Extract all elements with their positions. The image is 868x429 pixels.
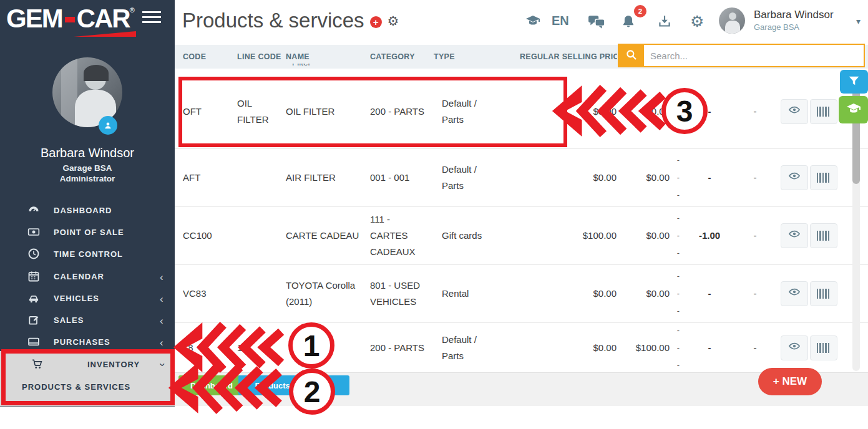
graduation-cap-icon [845, 102, 862, 118]
barcode-button[interactable] [810, 165, 837, 190]
clock-icon [27, 248, 41, 261]
new-product-button[interactable]: + NEW [758, 368, 822, 395]
search-bar [618, 44, 865, 67]
search-button[interactable] [619, 45, 644, 66]
col-regular-selling-price: REGULAR SELLING PRICE [520, 52, 617, 61]
sidebar-item-point-of-sale[interactable]: POINT OF SALE [0, 224, 175, 242]
col-line-code: LINE CODE [237, 52, 281, 61]
hamburger-menu-icon[interactable] [142, 11, 161, 26]
profile-user-badge-icon[interactable] [99, 116, 117, 135]
page-title: Products & services [182, 9, 364, 32]
col-type: TYPE [434, 52, 455, 61]
sidebar-user-company: Garage BSA [0, 163, 175, 173]
gauge-icon [27, 204, 41, 218]
table-row[interactable]: VC83 TOYOTA Corolla (2011) 801 - USED VE… [175, 264, 868, 322]
funnel-icon [848, 75, 861, 89]
view-button[interactable] [781, 223, 808, 248]
eye-icon [788, 341, 801, 355]
barcode-icon [817, 173, 831, 183]
logo-text-gem: GEM [6, 5, 62, 32]
sidebar-item-calendar[interactable]: CALENDAR ‹ [0, 269, 175, 286]
eye-icon [788, 171, 801, 185]
page-header: Products & services + ⚙ [182, 9, 399, 32]
sidebar-user-name: Barbara Windsor [0, 146, 175, 160]
col-name: NAME [286, 52, 310, 61]
sidebar-user-role: Administrator [0, 174, 175, 183]
chat-icon[interactable] [588, 14, 607, 30]
annotation-step-circle: 1 [288, 322, 334, 369]
eye-icon [788, 229, 801, 243]
barcode-button[interactable] [810, 335, 837, 360]
registered-mark: ® [130, 6, 135, 14]
logo-dash [65, 17, 75, 22]
app-screen: GEM CAR ® Barbara Windsor Garage BSA Adm… [0, 0, 868, 429]
sidebar-item-dashboard[interactable]: DASHBOARD [0, 203, 175, 220]
logo-text-car: CAR [77, 5, 130, 32]
add-product-icon[interactable]: + [370, 16, 382, 28]
annotation-box-row [178, 77, 567, 147]
barcode-button[interactable] [810, 99, 837, 124]
barcode-icon [817, 289, 831, 299]
gear-icon[interactable]: ⚙ [690, 14, 709, 30]
table-row[interactable]: CC100 CARTE CADEAU 111 - CARTES CADEAUX … [175, 206, 868, 264]
search-icon [625, 49, 638, 63]
annotation-step-circle: 3 [661, 88, 708, 134]
partial-scrolled-row: Filter [292, 64, 311, 69]
filter-button[interactable] [840, 70, 868, 94]
wallet-icon [27, 335, 41, 349]
graduation-cap-icon[interactable] [524, 14, 543, 30]
table-row[interactable]: AFT AIR FILTER 001 - 001 Default / Parts… [175, 148, 868, 206]
barcode-icon [817, 107, 831, 117]
annotation-arrow-3 [551, 84, 676, 138]
gemcar-logo[interactable]: GEM CAR ® [6, 5, 135, 32]
sidebar-item-sales[interactable]: SALES ‹ [0, 312, 175, 330]
sidebar-item-time-control[interactable]: TIME CONTROL [0, 246, 175, 264]
eye-icon [788, 105, 801, 118]
annotation-arrow-2 [167, 360, 292, 415]
language-selector[interactable]: EN [552, 14, 569, 28]
sidebar-item-vehicles[interactable]: VEHICLES ‹ [0, 291, 175, 308]
pencil-icon [27, 314, 41, 327]
eye-icon [788, 287, 801, 301]
view-button[interactable] [781, 165, 808, 190]
view-button[interactable] [781, 99, 808, 124]
user-menu-caret-icon[interactable]: ▾ [856, 16, 861, 26]
download-icon[interactable] [656, 14, 675, 30]
topbar-avatar[interactable] [719, 7, 745, 34]
annotation-step-circle: 2 [289, 369, 335, 415]
barcode-icon [817, 343, 831, 353]
sidebar: GEM CAR ® Barbara Windsor Garage BSA Adm… [0, 0, 175, 407]
notification-badge: 2 [634, 5, 646, 17]
barcode-button[interactable] [810, 223, 837, 248]
barcode-icon [817, 231, 831, 241]
user-menu[interactable]: Barbara Windsor Garage BSA [754, 9, 834, 32]
topbar-user-company: Garage BSA [754, 22, 834, 32]
cash-icon [27, 226, 41, 239]
page-settings-gear-icon[interactable]: ⚙ [388, 14, 399, 29]
view-button[interactable] [781, 281, 808, 306]
view-button[interactable] [781, 335, 808, 360]
training-button[interactable] [839, 96, 868, 123]
col-code: CODE [183, 52, 206, 61]
barcode-button[interactable] [810, 281, 837, 306]
annotation-box-sidebar [1, 349, 175, 405]
topbar-user-name: Barbara Windsor [754, 9, 834, 21]
calendar-icon [27, 270, 41, 284]
col-category: CATEGORY [370, 52, 415, 61]
search-input[interactable] [644, 45, 864, 66]
car-icon [27, 292, 41, 306]
